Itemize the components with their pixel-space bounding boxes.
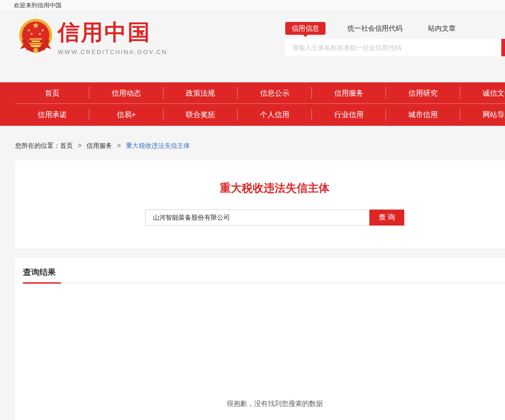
header-search-area: 信用信息 统一社会信用代码 站内文章 <box>284 22 505 56</box>
breadcrumb-separator: > <box>117 142 121 149</box>
header-search-button[interactable] <box>501 39 505 56</box>
divider-gray-segment <box>61 283 505 283</box>
results-heading: 查询结果 <box>23 267 505 278</box>
search-tabs: 信用信息 统一社会信用代码 站内文章 <box>284 22 505 35</box>
nav-item-site-map[interactable]: 网站导航 <box>460 104 505 125</box>
query-panel: 重大税收违法失信主体 查 询 <box>15 160 505 248</box>
nav-item-credit-services[interactable]: 信用服务 <box>312 82 386 103</box>
welcome-text: 欢迎来到信用中国 <box>14 2 61 9</box>
site-header: 信用中国 WWW.CREDITCHINA.GOV.CN 信用信息 统一社会信用代… <box>0 11 505 82</box>
breadcrumb-home[interactable]: 首页 <box>60 142 73 149</box>
site-title: 信用中国 <box>58 20 167 45</box>
nav-item-xinyi-plus[interactable]: 信易+ <box>89 104 163 125</box>
national-emblem-icon <box>18 18 53 56</box>
breadcrumb: 您所在的位置：首页 > 信用服务 > 重大税收违法失信主体 <box>15 141 505 150</box>
brand-text: 信用中国 WWW.CREDITCHINA.GOV.CN <box>58 18 167 55</box>
divider-red-segment <box>23 282 61 284</box>
main-nav-inner: 首页 信用动态 政策法规 信息公示 信用服务 信用研究 诚信文化 信用承诺 信易… <box>15 82 505 125</box>
nav-item-info-disclosure[interactable]: 信息公示 <box>238 82 312 103</box>
nav-item-credit-news[interactable]: 信用动态 <box>89 82 163 103</box>
nav-item-integrity-culture[interactable]: 诚信文化 <box>460 82 505 103</box>
nav-row-2: 信用承诺 信易+ 联合奖惩 个人信用 行业信用 城市信用 网站导航 <box>15 104 505 125</box>
breadcrumb-credit-services[interactable]: 信用服务 <box>87 142 112 149</box>
tab-uscc[interactable]: 统一社会信用代码 <box>348 22 402 35</box>
nav-item-joint-rewards-punishments[interactable]: 联合奖惩 <box>163 104 238 125</box>
results-panel: 查询结果 很抱歉，没有找到您搜索的数据 <box>15 258 505 420</box>
nav-item-policies[interactable]: 政策法规 <box>163 82 238 103</box>
nav-item-home[interactable]: 首页 <box>15 82 89 103</box>
page: 欢迎来到信用中国 <box>0 0 505 420</box>
results-heading-divider <box>23 282 505 284</box>
empty-result-message: 很抱歉，没有找到您搜索的数据 <box>15 399 505 408</box>
site-logo[interactable]: 信用中国 WWW.CREDITCHINA.GOV.CN <box>18 18 167 56</box>
nav-item-city-credit[interactable]: 城市信用 <box>386 104 460 125</box>
nav-item-credit-research[interactable]: 信用研究 <box>386 82 460 103</box>
header-searchbox <box>284 39 505 56</box>
site-url: WWW.CREDITCHINA.GOV.CN <box>58 48 167 55</box>
nav-item-industry-credit[interactable]: 行业信用 <box>312 104 386 125</box>
header-search-input[interactable] <box>285 39 501 56</box>
breadcrumb-separator: > <box>78 142 81 149</box>
query-search-input[interactable] <box>145 210 369 226</box>
query-search-row: 查 询 <box>15 210 505 226</box>
main-nav: 首页 信用动态 政策法规 信息公示 信用服务 信用研究 诚信文化 信用承诺 信易… <box>0 82 505 126</box>
page-title: 重大税收违法失信主体 <box>15 181 505 195</box>
nav-row-1: 首页 信用动态 政策法规 信息公示 信用服务 信用研究 诚信文化 <box>15 82 505 104</box>
tab-articles[interactable]: 站内文章 <box>428 22 456 35</box>
nav-item-credit-commitment[interactable]: 信用承诺 <box>15 104 89 125</box>
topbar: 欢迎来到信用中国 <box>0 0 505 11</box>
tab-credit-info[interactable]: 信用信息 <box>285 22 326 35</box>
breadcrumb-current[interactable]: 重大税收违法失信主体 <box>126 142 190 149</box>
nav-item-personal-credit[interactable]: 个人信用 <box>238 104 312 125</box>
query-search-button[interactable]: 查 询 <box>369 210 404 226</box>
breadcrumb-prefix: 您所在的位置： <box>15 142 60 149</box>
